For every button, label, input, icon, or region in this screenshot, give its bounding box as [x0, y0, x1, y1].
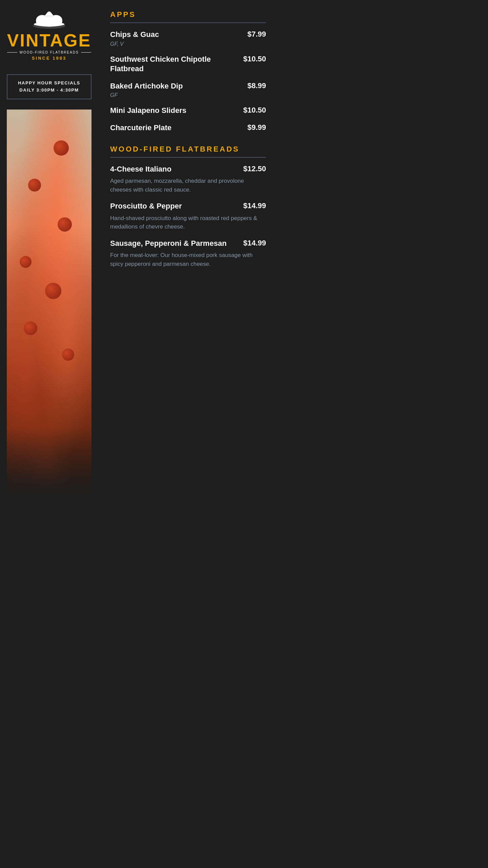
menu-item-row: Mini Jalapeno Sliders $10.50 — [110, 106, 266, 116]
item-price: $10.50 — [243, 106, 266, 115]
item-name: Sausage, Pepperoni & Parmesan — [110, 239, 243, 249]
menu-item-row: 4-Cheese Italiano $12.50 — [110, 164, 266, 174]
item-name: Baked Artichoke Dip — [110, 81, 247, 91]
menu-content: APPS Chips & Guac $7.99 GF, V Southwest … — [98, 0, 278, 495]
item-price: $9.99 — [247, 123, 266, 132]
item-name: Charcuterie Plate — [110, 123, 247, 133]
list-item: Southwest Chicken Chipotle Flatbread $10… — [110, 55, 266, 74]
menu-item-row: Baked Artichoke Dip $8.99 — [110, 81, 266, 91]
list-item: Mini Jalapeno Sliders $10.50 — [110, 106, 266, 116]
logo-area: VINTAGE WOOD-FIRED FLATBREADS SINCE 1983 — [7, 10, 91, 61]
item-tag: GF — [110, 92, 266, 98]
apps-divider — [110, 22, 266, 23]
list-item: Chips & Guac $7.99 GF, V — [110, 30, 266, 47]
item-tag: GF, V — [110, 41, 266, 47]
item-description: Aged parmesan, mozzarella, cheddar and p… — [110, 177, 266, 194]
item-name: 4-Cheese Italiano — [110, 164, 243, 174]
brand-subtitle: WOOD-FIRED FLATBREADS — [7, 51, 91, 54]
subtitle-line-left — [7, 52, 17, 53]
item-price: $10.50 — [243, 55, 266, 63]
apps-section-title: APPS — [110, 10, 266, 19]
flatbreads-section: WOOD-FIRED FLATBREADS 4-Cheese Italiano … — [110, 145, 266, 269]
item-price: $7.99 — [247, 30, 266, 39]
menu-item-row: Prosciutto & Pepper $14.99 — [110, 201, 266, 211]
menu-item-row: Chips & Guac $7.99 — [110, 30, 266, 40]
brand-name: VINTAGE — [7, 32, 91, 49]
item-name: Southwest Chicken Chipotle Flatbread — [110, 55, 243, 74]
item-name: Chips & Guac — [110, 30, 247, 40]
sidebar: VINTAGE WOOD-FIRED FLATBREADS SINCE 1983… — [0, 0, 98, 495]
item-description: Hand-shaved prosciutto along with roaste… — [110, 214, 266, 231]
menu-item-row: Charcuterie Plate $9.99 — [110, 123, 266, 133]
item-price: $14.99 — [243, 201, 266, 210]
since-text: SINCE 1983 — [32, 56, 66, 61]
item-description: For the meat-lover: Our house-mixed pork… — [110, 251, 266, 268]
list-item: Prosciutto & Pepper $14.99 Hand-shaved p… — [110, 201, 266, 231]
item-name: Prosciutto & Pepper — [110, 201, 243, 211]
apps-section: APPS Chips & Guac $7.99 GF, V Southwest … — [110, 10, 266, 133]
brand-subtitle-text: WOOD-FIRED FLATBREADS — [19, 51, 79, 54]
item-price: $8.99 — [247, 81, 266, 90]
list-item: Sausage, Pepperoni & Parmesan $14.99 For… — [110, 239, 266, 269]
list-item: Baked Artichoke Dip $8.99 GF — [110, 81, 266, 99]
happy-hour-box: HAPPY HOUR SPECIALS DAILY 3:00PM - 4:30P… — [7, 74, 92, 99]
flatbreads-section-title: WOOD-FIRED FLATBREADS — [110, 145, 266, 154]
subtitle-line-right — [81, 52, 91, 53]
flatbreads-divider — [110, 157, 266, 158]
item-name: Mini Jalapeno Sliders — [110, 106, 243, 116]
menu-item-row: Sausage, Pepperoni & Parmesan $14.99 — [110, 239, 266, 249]
item-price: $14.99 — [243, 239, 266, 248]
cowboy-hat-icon — [32, 10, 66, 29]
menu-item-row: Southwest Chicken Chipotle Flatbread $10… — [110, 55, 266, 74]
item-price: $12.50 — [243, 164, 266, 173]
list-item: Charcuterie Plate $9.99 — [110, 123, 266, 133]
food-image — [7, 110, 92, 495]
list-item: 4-Cheese Italiano $12.50 Aged parmesan, … — [110, 164, 266, 194]
happy-hour-text: HAPPY HOUR SPECIALS DAILY 3:00PM - 4:30P… — [13, 80, 85, 94]
